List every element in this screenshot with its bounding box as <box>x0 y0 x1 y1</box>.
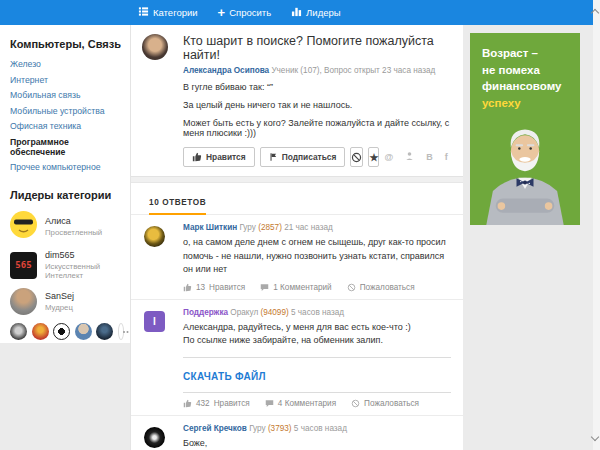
complain-label: Пожаловаться <box>360 283 415 292</box>
facebook-share-icon[interactable]: f <box>445 153 448 162</box>
categories-icon <box>138 6 149 19</box>
leader-name: SanSej <box>45 291 74 301</box>
subscribe-button[interactable]: Подписаться <box>260 147 346 167</box>
comment-button[interactable]: 4 Комментария <box>265 399 336 408</box>
answer-actions: 432 Нравится 4 Комментария Пожаловаться <box>183 399 451 408</box>
nav-leaders[interactable]: Лидеры <box>291 6 340 19</box>
plus-icon: + <box>218 8 226 18</box>
answer-item: Сергей Кречков Гуру (3793) 5 часов назад… <box>131 416 463 450</box>
sidebar-link-ofisnaya-tekhnika[interactable]: Офисная техника <box>10 121 124 131</box>
answer-byline: Поддержка Оракул (94099) 5 часов назад <box>183 308 451 317</box>
like-button[interactable]: 13 Нравится <box>183 283 245 292</box>
thumb-up-icon <box>192 152 202 162</box>
question-title: Кто шарит в поиске? Помогите пожалуйста … <box>183 34 451 62</box>
question-meta: Ученик (107), Вопрос открыт 23 часа наза… <box>271 66 435 75</box>
avatar[interactable] <box>144 226 165 247</box>
scroll-up-icon[interactable] <box>591 9 599 17</box>
question-byline: Александра Осипова Ученик (107), Вопрос … <box>183 66 451 75</box>
thumb-up-icon <box>183 283 192 292</box>
nav-categories[interactable]: Категории <box>138 6 198 19</box>
ad-man-image <box>478 123 572 225</box>
complain-button[interactable]: Пожаловаться <box>351 399 419 408</box>
share-icons: @ В f <box>384 151 447 163</box>
like-button-label: Нравится <box>206 152 246 162</box>
avatar[interactable] <box>142 34 168 60</box>
sidebar-link-mobilnye-ustroystva[interactable]: Мобильные устройства <box>10 106 124 116</box>
avatar[interactable] <box>144 427 165 448</box>
question-actions: Нравится Подписаться ★ @ В <box>183 147 451 167</box>
question-text-line: За целый день ничего так и не нашлось. <box>183 100 451 110</box>
nav-ask-label: Спросить <box>229 7 271 18</box>
like-label: Нравится <box>214 399 250 408</box>
sidebar-link-mobilnaya-svyaz[interactable]: Мобильная связь <box>10 90 124 100</box>
sidebar-link-zhelezo[interactable]: Железо <box>10 59 124 69</box>
scroll-down-icon[interactable] <box>591 433 599 441</box>
sidebar-link-programmnoe-obespechenie[interactable]: Программное обеспечение <box>10 137 124 157</box>
comment-icon <box>265 399 274 408</box>
complain-label: Пожаловаться <box>364 399 419 408</box>
answer-text: о, на самом деле днем с огнем не сыщешь,… <box>183 236 451 277</box>
avatar[interactable]: I <box>144 311 165 332</box>
avatar[interactable] <box>75 323 92 340</box>
question-body: В гугле вбиваю так: “” За целый день нич… <box>183 82 451 138</box>
leader-rank: Искусственный Интеллект <box>45 262 124 280</box>
nav-categories-label: Категории <box>153 7 198 18</box>
more-leaders-button[interactable] <box>118 323 125 340</box>
complain-button[interactable]: Пожаловаться <box>347 283 415 292</box>
leader-item[interactable]: 565 dim565 Искусственный Интеллект <box>10 250 124 280</box>
leader-item[interactable]: SanSej Мудрец <box>10 288 124 315</box>
avatar: 565 <box>10 252 37 279</box>
leader-name: dim565 <box>45 250 124 260</box>
answer-author-link[interactable]: Сергей Кречков <box>183 424 247 433</box>
like-button[interactable]: Нравится <box>183 147 255 167</box>
odnoklassniki-share-icon[interactable] <box>405 151 414 163</box>
answer-text: Александра, радуйтесь, у меня для вас ес… <box>183 321 451 348</box>
download-file-link[interactable]: СКАЧАТЬ ФАЙЛ <box>183 371 266 382</box>
answers-header: 10 ОТВЕТОВ <box>131 183 463 215</box>
avatar[interactable] <box>10 323 27 340</box>
sidebar-link-internet[interactable]: Интернет <box>10 75 124 85</box>
avatar[interactable] <box>32 323 49 340</box>
avatar[interactable] <box>53 323 70 340</box>
my-world-share-icon[interactable]: @ <box>384 153 393 162</box>
favorite-button[interactable]: ★ <box>368 147 379 167</box>
leaders-icon <box>291 6 302 19</box>
comment-label: 4 Комментария <box>278 399 336 408</box>
answer-actions: 13 Нравится 1 Комментарий Пожаловаться <box>183 283 451 292</box>
download-block: СКАЧАТЬ ФАЙЛ <box>183 357 451 393</box>
answer-author-link[interactable]: Поддержка <box>183 308 228 317</box>
answer-rank: Оракул <box>230 308 258 317</box>
answer-item: Марк Шиткин Гуру (2857) 21 час назад о, … <box>131 215 463 300</box>
divider <box>131 176 463 183</box>
no-entry-icon <box>347 283 356 292</box>
flag-icon <box>269 152 278 162</box>
answer-author-link[interactable]: Марк Шиткин <box>183 223 237 232</box>
sidebar-link-prochee-kompyuternoe[interactable]: Прочее компьютерное <box>10 162 124 172</box>
thumb-up-icon <box>183 399 192 408</box>
category-title: Компьютеры, Связь <box>10 38 124 50</box>
like-button[interactable]: 432 Нравится <box>183 399 250 408</box>
leader-rank: Мудрец <box>45 303 74 312</box>
nav-ask[interactable]: + Спросить <box>218 7 272 18</box>
avatar <box>10 288 37 315</box>
leader-rank: Просветленный <box>45 228 102 237</box>
scrollbar-track[interactable] <box>593 0 600 450</box>
comment-button[interactable]: 1 Комментарий <box>260 283 331 292</box>
ad-banner[interactable]: Возраст – не помеха финансовому успеху <box>470 33 580 225</box>
star-icon: ★ <box>369 152 378 163</box>
answer-time: 21 час назад <box>284 223 333 232</box>
answer-text: Боже, по себе как вспомню эту муть с пои… <box>183 437 451 450</box>
question-text-line: В гугле вбиваю так: “” <box>183 82 451 92</box>
leader-item[interactable]: Алиса Просветленный <box>10 211 124 242</box>
vk-share-icon[interactable]: В <box>426 153 433 162</box>
question-author-link[interactable]: Александра Осипова <box>183 66 269 75</box>
avatar[interactable] <box>96 323 113 340</box>
answer-time: 5 часов назад <box>291 308 344 317</box>
answer-points: (3793) <box>268 424 292 433</box>
answer-time: 5 часов назад <box>294 424 347 433</box>
like-count: 13 <box>196 283 205 292</box>
block-button[interactable] <box>350 147 363 167</box>
ad-line: финансовому <box>482 78 580 95</box>
sidebar: Компьютеры, Связь Железо Интернет Мобиль… <box>0 25 130 343</box>
ad-line: Возраст – <box>482 45 580 62</box>
